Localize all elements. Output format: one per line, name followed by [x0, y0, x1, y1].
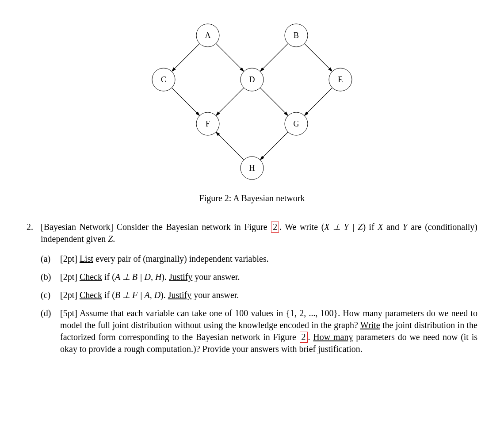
intro-end: .	[113, 234, 115, 244]
part-c-mid1: if (	[102, 290, 115, 300]
part-d-howmany: How many	[313, 332, 353, 342]
part-b-body: [2pt] Check if (A ⊥ B | D, H). Justify y…	[60, 271, 477, 283]
intro-seg2: . We write (	[279, 222, 324, 232]
part-a-points: [2pt]	[60, 254, 77, 264]
part-d: (d) [5pt] Assume that each variable can …	[41, 307, 477, 355]
svg-text:E: E	[338, 75, 343, 84]
part-a-action: List	[80, 254, 93, 264]
var-X: X	[378, 222, 383, 232]
figure-bayesian-network: ABCDEFGH	[141, 18, 363, 186]
bn-edge-D-F	[216, 88, 244, 115]
part-b-label: (b)	[41, 271, 60, 283]
part-b-justify: Justify	[169, 272, 192, 282]
bn-node-F: F	[196, 112, 219, 135]
var-Y: Y	[403, 222, 408, 232]
part-c-mid2: ).	[160, 290, 168, 300]
part-c-check: Check	[80, 290, 102, 300]
figure-ref-icon: 2	[271, 222, 279, 233]
svg-text:C: C	[161, 75, 166, 84]
part-a: (a) [2pt] List every pair of (marginally…	[41, 253, 477, 265]
part-b-mid2: ).	[161, 272, 169, 282]
bn-node-E: E	[329, 68, 352, 91]
bn-edge-G-H	[260, 132, 288, 160]
part-d-body: [5pt] Assume that each variable can take…	[60, 307, 477, 355]
part-d-label: (d)	[41, 307, 60, 355]
bn-edge-A-C	[172, 43, 199, 71]
bn-edge-C-F	[172, 88, 199, 115]
part-d-write: Write	[360, 320, 380, 330]
part-a-text: every pair of (marginally) independent v…	[93, 254, 269, 264]
part-c-points: [2pt]	[60, 290, 77, 300]
part-c: (c) [2pt] Check if (B ⊥ F | A, D). Justi…	[41, 289, 477, 301]
part-b: (b) [2pt] Check if (A ⊥ B | D, H). Justi…	[41, 271, 477, 283]
bn-edge-B-E	[304, 43, 332, 71]
bn-edge-H-F	[216, 132, 244, 160]
bn-edge-E-G	[304, 88, 332, 115]
bn-node-C: C	[152, 68, 175, 91]
independence-notation: X ⊥ Y | Z	[324, 222, 363, 232]
subparts: (a) [2pt] List every pair of (marginally…	[41, 253, 477, 355]
part-d-points: [5pt]	[60, 308, 77, 318]
intro-and: and	[383, 222, 403, 232]
figure-caption: Figure 2: A Bayesian network	[27, 192, 477, 204]
problem-number: 2.	[27, 221, 41, 245]
problem-2: 2. [Bayesian Network] Consider the Bayes…	[27, 221, 477, 245]
var-Z: Z	[108, 234, 113, 244]
part-d-t3: .	[308, 332, 313, 342]
bn-edge-A-D	[216, 43, 244, 71]
caption-prefix: Figure 2:	[199, 193, 233, 203]
part-b-expr: A ⊥ B | D, H	[115, 272, 161, 282]
part-a-body: [2pt] List every pair of (marginally) in…	[60, 253, 477, 265]
caption-text: A Bayesian network	[233, 193, 305, 203]
part-a-label: (a)	[41, 253, 60, 265]
bn-node-A: A	[196, 24, 219, 47]
part-c-label: (c)	[41, 289, 60, 301]
part-b-mid1: if (	[102, 272, 115, 282]
bn-node-D: D	[241, 68, 263, 91]
bn-node-B: B	[285, 24, 308, 47]
svg-text:A: A	[205, 31, 211, 40]
bn-node-H: H	[241, 157, 263, 180]
svg-text:G: G	[294, 119, 299, 128]
svg-text:H: H	[249, 164, 255, 172]
bn-graph-svg: ABCDEFGH	[141, 18, 363, 186]
bn-node-G: G	[285, 112, 308, 135]
part-c-expr: B ⊥ F | A, D	[115, 290, 160, 300]
bn-edge-D-G	[260, 88, 288, 115]
part-c-justify: Justify	[168, 290, 191, 300]
part-b-check: Check	[80, 272, 102, 282]
bn-edge-B-D	[260, 43, 288, 71]
intro-seg1: Consider the Bayesian network in Figure	[113, 222, 271, 232]
intro-seg3: ) if	[363, 222, 378, 232]
part-b-points: [2pt]	[60, 272, 77, 282]
part-c-body: [2pt] Check if (B ⊥ F | A, D). Justify y…	[60, 289, 477, 301]
problem-intro: [Bayesian Network] Consider the Bayesian…	[41, 221, 477, 245]
part-b-tail: your answer.	[192, 272, 240, 282]
figure-ref-icon: 2	[300, 332, 308, 343]
part-c-tail: your answer.	[191, 290, 239, 300]
svg-text:D: D	[249, 75, 255, 84]
svg-text:B: B	[294, 31, 299, 40]
problem-title: [Bayesian Network]	[41, 222, 113, 232]
svg-text:F: F	[206, 119, 210, 128]
